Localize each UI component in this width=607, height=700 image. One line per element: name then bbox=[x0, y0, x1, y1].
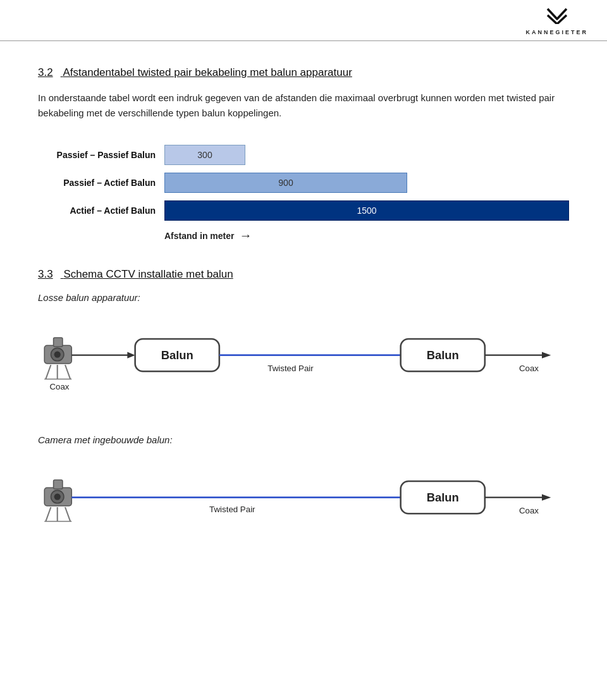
svg-text:Coax: Coax bbox=[519, 506, 539, 515]
section-32-title: 3.2 Afstandentabel twisted pair bekabeli… bbox=[38, 66, 569, 79]
svg-marker-33 bbox=[542, 494, 551, 501]
chart-bar-3: 1500 bbox=[164, 200, 569, 221]
svg-text:Balun: Balun bbox=[427, 491, 459, 504]
chart-row-2: Passief – Actief Balun 900 bbox=[38, 173, 569, 193]
section-32: 3.2 Afstandentabel twisted pair bekabeli… bbox=[38, 66, 569, 249]
svg-line-24 bbox=[46, 507, 51, 522]
svg-text:Twisted Pair: Twisted Pair bbox=[209, 505, 255, 514]
diagram-ingebouwde-balun: Twisted Pair Balun Coax bbox=[38, 457, 569, 558]
chart-label-2: Passief – Actief Balun bbox=[38, 178, 164, 188]
chart-bar-area-2: 900 bbox=[164, 173, 569, 193]
chart-axis: Afstand in meter → bbox=[164, 228, 569, 243]
svg-marker-18 bbox=[542, 352, 551, 359]
chart-label-1: Passief – Passief Balun bbox=[38, 150, 164, 160]
chart-bar-area-1: 300 bbox=[164, 145, 569, 165]
svg-line-4 bbox=[46, 365, 51, 379]
section-33: 3.3 Schema CCTV installatie met balun Lo… bbox=[38, 268, 569, 558]
chart-bar-area-3: 1500 bbox=[164, 200, 569, 221]
camera-icon-2 bbox=[44, 480, 71, 522]
svg-text:Balun: Balun bbox=[161, 348, 193, 362]
svg-line-25 bbox=[65, 507, 70, 522]
svg-rect-23 bbox=[54, 480, 63, 489]
axis-label: Afstand in meter bbox=[164, 231, 234, 241]
chart-label-3: Actief – Actief Balun bbox=[38, 206, 164, 216]
logo: KANNEGIETER bbox=[525, 6, 588, 35]
diagram2-label: Camera met ingebouwde balun: bbox=[38, 434, 569, 445]
svg-point-2 bbox=[54, 351, 61, 357]
svg-line-5 bbox=[65, 365, 70, 379]
chart-bar-2: 900 bbox=[164, 173, 407, 193]
page-header: KANNEGIETER bbox=[0, 0, 607, 41]
chart-bar-1: 300 bbox=[164, 145, 245, 165]
diagram-losse-balun: Coax Balun Twisted Pair Balun bbox=[38, 314, 569, 415]
bar-chart: Passief – Passief Balun 300 Passief – Ac… bbox=[38, 138, 569, 249]
camera-icon bbox=[44, 338, 71, 379]
logo-text: KANNEGIETER bbox=[525, 29, 588, 35]
chart-row-1: Passief – Passief Balun 300 bbox=[38, 145, 569, 165]
svg-rect-3 bbox=[54, 338, 63, 347]
diagram1-label: Losse balun apparatuur: bbox=[38, 292, 569, 303]
svg-text:Coax: Coax bbox=[519, 364, 539, 373]
svg-text:Coax: Coax bbox=[49, 382, 69, 391]
page-content: 3.2 Afstandentabel twisted pair bekabeli… bbox=[0, 41, 607, 596]
axis-arrow-icon: → bbox=[239, 228, 252, 243]
section-32-body: In onderstaande tabel wordt een indruk g… bbox=[38, 90, 569, 121]
section-33-title: 3.3 Schema CCTV installatie met balun bbox=[38, 268, 569, 281]
svg-text:Balun: Balun bbox=[427, 348, 459, 362]
logo-icon bbox=[545, 6, 569, 28]
chart-row-3: Actief – Actief Balun 1500 bbox=[38, 200, 569, 221]
svg-marker-10 bbox=[127, 352, 135, 359]
svg-text:Twisted Pair: Twisted Pair bbox=[267, 364, 314, 373]
svg-point-22 bbox=[54, 493, 61, 500]
